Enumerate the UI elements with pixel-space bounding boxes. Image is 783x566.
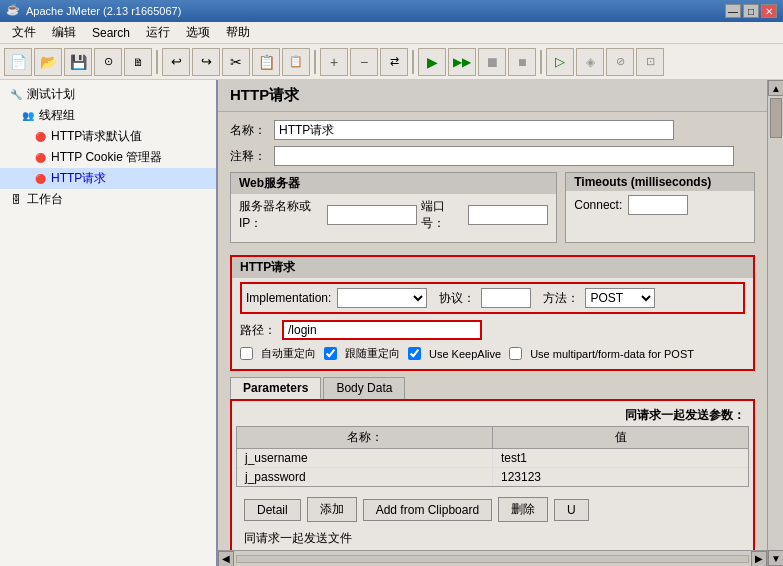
server-label: 服务器名称或IP： — [239, 198, 321, 232]
workbench-icon: 🗄 — [8, 192, 24, 208]
title-bar: ☕ Apache JMeter (2.13 r1665067) — □ ✕ — [0, 0, 783, 22]
col-name: 名称： — [237, 427, 493, 448]
web-server-section: Web服务器 服务器名称或IP： 端口号： — [230, 172, 557, 243]
tree-label-group: 线程组 — [39, 107, 75, 124]
comment-input[interactable] — [274, 146, 734, 166]
tree-item-defaults[interactable]: 🔴 HTTP请求默认值 — [0, 126, 216, 147]
connect-input[interactable] — [628, 195, 688, 215]
params-table: 名称： 值 j_username test1 j_password 123123 — [236, 426, 749, 487]
results-button[interactable]: ⊡ — [636, 48, 664, 76]
add-clipboard-button[interactable]: Add from Clipboard — [363, 499, 492, 521]
cookie-icon: 🔴 — [32, 150, 48, 166]
remote-button[interactable]: ⇄ — [380, 48, 408, 76]
tree-item-cookie[interactable]: 🔴 HTTP Cookie 管理器 — [0, 147, 216, 168]
panel-body: 名称： 注释： Web服务器 服务器名称或IP： 端口号： — [218, 112, 767, 550]
tree-label-plan: 测试计划 — [27, 86, 75, 103]
server-timeouts-row: Web服务器 服务器名称或IP： 端口号： Timeouts (millisec… — [230, 172, 755, 249]
checkbox-row: 自动重定向 跟随重定向 Use KeepAlive Use multipart/… — [240, 346, 745, 361]
minimize-button[interactable]: — — [725, 4, 741, 18]
toolbar: 📄 📂 💾 ⊙ 🗎 ↩ ↪ ✂ 📋 📋 + − ⇄ ▶ ▶▶ ⏹ ⏹ ▷ ◈ ⊘… — [0, 44, 783, 80]
path-input[interactable] — [282, 320, 482, 340]
keepalive-label: Use KeepAlive — [429, 348, 501, 360]
name-input[interactable] — [274, 120, 674, 140]
up-button[interactable]: U — [554, 499, 589, 521]
remote-stop-button[interactable]: ◈ — [576, 48, 604, 76]
right-scrollbar[interactable]: ▲ ▼ — [767, 80, 783, 566]
scroll-down-arrow[interactable]: ▼ — [768, 550, 783, 566]
table-row[interactable]: j_password 123123 — [237, 468, 748, 486]
stop-now-button[interactable]: ⏹ — [508, 48, 536, 76]
plan-icon: 🔧 — [8, 87, 24, 103]
port-input[interactable] — [468, 205, 548, 225]
table-row[interactable]: j_username test1 — [237, 449, 748, 468]
params-header: 名称： 值 — [237, 427, 748, 449]
follow-redirect-checkbox[interactable] — [324, 347, 337, 360]
server-input[interactable] — [327, 205, 417, 225]
remote-run-button[interactable]: ▷ — [546, 48, 574, 76]
run-all-button[interactable]: ▶▶ — [448, 48, 476, 76]
method-select[interactable]: POST GET PUT DELETE — [585, 288, 655, 308]
keepalive-checkbox[interactable] — [408, 347, 421, 360]
tree-label-http: HTTP请求 — [51, 170, 106, 187]
panel-title: HTTP请求 — [230, 86, 299, 103]
protocol-input[interactable] — [481, 288, 531, 308]
redo-button[interactable]: ↪ — [192, 48, 220, 76]
menu-edit[interactable]: 编辑 — [44, 22, 84, 43]
params-buttons-row: Detail 添加 Add from Clipboard 删除 U — [236, 491, 749, 528]
send-params-label: 同请求一起发送参数： — [236, 405, 749, 426]
timeouts-title: Timeouts (milliseconds) — [566, 173, 754, 191]
paste-button[interactable]: 📋 — [282, 48, 310, 76]
saveall-button[interactable]: 🗎 — [124, 48, 152, 76]
scroll-left-arrow[interactable]: ◀ — [218, 551, 234, 567]
menu-options[interactable]: 选项 — [178, 22, 218, 43]
method-label: 方法： — [543, 290, 579, 307]
scroll-up-arrow[interactable]: ▲ — [768, 80, 783, 96]
scroll-thumb-v[interactable] — [770, 98, 782, 138]
collapse-button[interactable]: − — [350, 48, 378, 76]
tree-item-group[interactable]: 👥 线程组 — [0, 105, 216, 126]
multipart-checkbox[interactable] — [509, 347, 522, 360]
menu-file[interactable]: 文件 — [4, 22, 44, 43]
auto-redirect-checkbox[interactable] — [240, 347, 253, 360]
path-label: 路径： — [240, 322, 276, 339]
close-button[interactable]: ✕ — [761, 4, 777, 18]
tree-item-workbench[interactable]: 🗄 工作台 — [0, 189, 216, 210]
tree-label-cookie: HTTP Cookie 管理器 — [51, 149, 162, 166]
expand-button[interactable]: + — [320, 48, 348, 76]
detail-button[interactable]: Detail — [244, 499, 301, 521]
server-row: 服务器名称或IP： 端口号： — [239, 198, 548, 232]
delete-button[interactable]: 删除 — [498, 497, 548, 522]
toolbar-sep-3 — [412, 50, 414, 74]
maximize-button[interactable]: □ — [743, 4, 759, 18]
cut-button[interactable]: ✂ — [222, 48, 250, 76]
col-value: 值 — [493, 427, 748, 448]
http-request-section: HTTP请求 Implementation: 协议： 方法： POST GET … — [230, 255, 755, 371]
menu-search[interactable]: Search — [84, 24, 138, 42]
bottom-scrollbar[interactable]: ◀ ▶ — [218, 550, 767, 566]
tab-content: 同请求一起发送参数： 名称： 值 j_username test1 j_pass… — [230, 399, 755, 550]
connect-row: Connect: — [574, 195, 746, 215]
main-layout: 🔧 测试计划 👥 线程组 🔴 HTTP请求默认值 🔴 HTTP Cookie 管… — [0, 80, 783, 566]
copy-button[interactable]: 📋 — [252, 48, 280, 76]
web-server-title: Web服务器 — [231, 173, 556, 194]
run-button[interactable]: ▶ — [418, 48, 446, 76]
impl-select[interactable] — [337, 288, 427, 308]
undo-button[interactable]: ↩ — [162, 48, 190, 76]
scroll-right-arrow[interactable]: ▶ — [751, 551, 767, 567]
tab-body-data[interactable]: Body Data — [323, 377, 405, 399]
tab-parameters[interactable]: Parameters — [230, 377, 321, 399]
save-button[interactable]: 💾 — [64, 48, 92, 76]
tree-item-plan[interactable]: 🔧 测试计划 — [0, 84, 216, 105]
add-button[interactable]: 添加 — [307, 497, 357, 522]
http-icon: 🔴 — [32, 171, 48, 187]
menu-run[interactable]: 运行 — [138, 22, 178, 43]
stop-button[interactable]: ⏹ — [478, 48, 506, 76]
open-button[interactable]: 📂 — [34, 48, 62, 76]
menu-help[interactable]: 帮助 — [218, 22, 258, 43]
auto-redirect-label: 自动重定向 — [261, 346, 316, 361]
tree-item-http[interactable]: 🔴 HTTP请求 — [0, 168, 216, 189]
revert-button[interactable]: ⊙ — [94, 48, 122, 76]
defaults-icon: 🔴 — [32, 129, 48, 145]
clear-button[interactable]: ⊘ — [606, 48, 634, 76]
new-button[interactable]: 📄 — [4, 48, 32, 76]
